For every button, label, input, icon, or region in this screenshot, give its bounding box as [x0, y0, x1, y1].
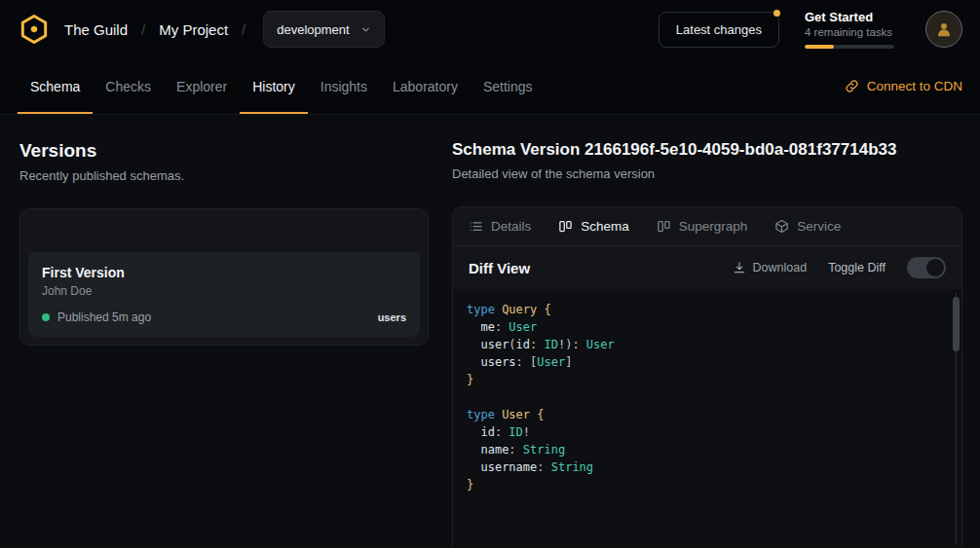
versions-subtitle: Recently published schemas. [19, 168, 429, 183]
tab-settings[interactable]: Settings [471, 58, 546, 114]
notification-dot [773, 10, 780, 17]
code-line: id: ID! [467, 423, 938, 441]
tab-schema[interactable]: Schema [18, 58, 93, 114]
detail-tab-label: Supergraph [679, 219, 748, 234]
hexagon-logo-icon [18, 13, 51, 46]
code-line: name: String [467, 441, 938, 458]
detail-tab-label: Service [797, 219, 841, 234]
detail-tab-label: Details [491, 219, 531, 234]
code-line [467, 388, 938, 406]
detail-tab-details[interactable]: Details [469, 219, 531, 234]
code-scrollbar-thumb[interactable] [953, 297, 960, 351]
code-line: me: User [467, 318, 938, 336]
detail-tab-bar: Details Schema Supergraph [453, 207, 961, 246]
diff-view-title: Diff View [469, 260, 530, 276]
chevron-down-icon [360, 24, 371, 35]
versions-title: Versions [19, 140, 429, 162]
target-nav-tabs: Schema Checks Explorer History Insights … [0, 58, 980, 115]
toggle-diff-switch[interactable] [907, 257, 946, 278]
breadcrumb-separator: / [141, 21, 145, 38]
published-status-dot [42, 313, 50, 321]
latest-changes-button[interactable]: Latest changes [659, 12, 779, 48]
version-list-item[interactable]: First Version John Doe Published 5m ago … [28, 252, 420, 337]
latest-changes-label: Latest changes [676, 22, 762, 37]
get-started-widget[interactable]: Get Started 4 remaining tasks [805, 10, 900, 49]
app-root: The Guild / My Project / development Lat… [0, 0, 980, 548]
version-author: John Doe [42, 284, 406, 298]
version-detail-title: Schema Version 2166196f-5e10-4059-bd0a-0… [452, 140, 962, 160]
code-line: username: String [467, 458, 938, 476]
connect-to-cdn-link[interactable]: Connect to CDN [845, 58, 962, 114]
toggle-knob [926, 259, 944, 276]
breadcrumb-separator: / [242, 21, 245, 38]
breadcrumb-org[interactable]: The Guild [64, 21, 128, 38]
tab-checks[interactable]: Checks [93, 58, 164, 114]
user-avatar[interactable] [925, 11, 962, 48]
person-icon [934, 19, 954, 39]
tab-laboratory[interactable]: Laboratory [380, 58, 471, 114]
version-status: Published 5m ago [57, 311, 151, 324]
code-line: } [467, 371, 938, 388]
environment-dropdown[interactable]: development [263, 11, 384, 48]
columns-icon [657, 219, 671, 234]
version-detail-column: Schema Version 2166196f-5e10-4059-bd0a-0… [452, 140, 962, 548]
download-label: Download [753, 261, 808, 274]
detail-tab-schema[interactable]: Schema [558, 219, 629, 234]
versions-card: First Version John Doe Published 5m ago … [19, 208, 429, 346]
code-line: user(id: ID!): User [467, 336, 938, 353]
version-detail-panel: Details Schema Supergraph [452, 206, 962, 548]
connect-to-cdn-label: Connect to CDN [867, 79, 962, 93]
schema-code-viewer[interactable]: type Query { me: User user(id: ID!): Use… [453, 289, 961, 548]
columns-icon [558, 219, 573, 234]
toggle-diff-label: Toggle Diff [828, 261, 886, 274]
breadcrumb-project[interactable]: My Project [159, 21, 228, 38]
link-icon [845, 79, 859, 93]
tab-explorer[interactable]: Explorer [164, 58, 240, 114]
code-content: type Query { me: User user(id: ID!): Use… [467, 301, 938, 493]
download-button[interactable]: Download [733, 261, 808, 274]
tab-insights[interactable]: Insights [308, 58, 380, 114]
version-status-row: Published 5m ago users [42, 311, 406, 324]
detail-tab-supergraph[interactable]: Supergraph [657, 219, 748, 234]
diff-view-actions: Download Toggle Diff [733, 257, 946, 278]
versions-column: Versions Recently published schemas. Fir… [19, 140, 429, 548]
code-line: type User { [467, 406, 938, 423]
get-started-subtitle: 4 remaining tasks [805, 26, 900, 38]
code-line: users: [User] [467, 353, 938, 371]
progress-fill [805, 45, 834, 49]
header-right: Latest changes Get Started 4 remaining t… [659, 10, 962, 49]
environment-dropdown-value: development [277, 22, 349, 37]
top-header: The Guild / My Project / development Lat… [0, 0, 980, 58]
cube-icon [774, 219, 789, 234]
main-content: Versions Recently published schemas. Fir… [0, 115, 980, 548]
get-started-title: Get Started [805, 10, 900, 24]
diff-view-header: Diff View Download Toggle Diff [453, 246, 961, 289]
detail-tab-label: Schema [581, 219, 629, 234]
download-icon [733, 261, 746, 274]
hive-logo[interactable] [18, 13, 51, 46]
version-name: First Version [42, 265, 406, 280]
version-detail-subtitle: Detailed view of the schema version [452, 166, 962, 181]
list-icon [469, 219, 483, 234]
detail-tab-service[interactable]: Service [774, 219, 841, 234]
code-line: } [467, 476, 938, 493]
code-line: type Query { [467, 301, 938, 318]
service-badge: users [378, 311, 406, 323]
tab-history[interactable]: History [240, 58, 308, 114]
get-started-progress-track [805, 45, 894, 49]
